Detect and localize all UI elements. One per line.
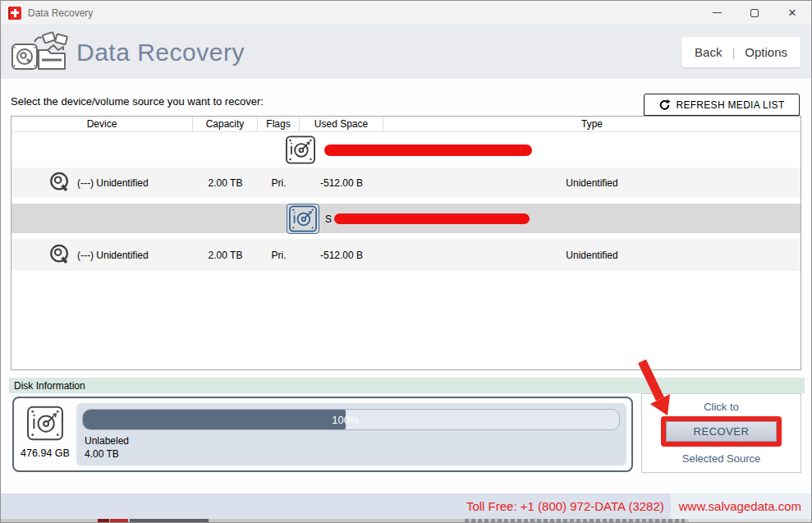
window-controls: ✕ xyxy=(698,1,811,25)
hard-disk-icon-selected xyxy=(288,205,318,232)
disk-summary-cell: 476.94 GB xyxy=(14,398,76,470)
disk-information-label: Disk Information xyxy=(14,380,85,392)
row-separator xyxy=(11,233,801,239)
website-link[interactable]: www.salvagedata.com xyxy=(671,493,811,519)
row-separator xyxy=(11,198,801,204)
close-icon: ✕ xyxy=(788,7,797,18)
volume-name: (---) Unidentified xyxy=(77,177,149,189)
app-logo-icon xyxy=(8,7,21,20)
footer-bar: Toll Free: +1 (800) 972-DATA (3282) www.… xyxy=(1,493,811,519)
disk-icon-box xyxy=(284,135,317,165)
disk-information-panel: 476.94 GB 100% Unlabeled 4.00 TB xyxy=(12,397,633,472)
minimize-button[interactable] xyxy=(698,1,736,25)
toll-free-label: Toll Free: +1 (800) 972-DATA (3282) xyxy=(466,499,664,513)
column-header-capacity: Capacity xyxy=(193,117,258,131)
recover-button[interactable]: RECOVER xyxy=(666,421,777,442)
titlebar: Data Recovery ✕ xyxy=(1,1,811,25)
device-table: Device Capacity Flags Used Space Type xyxy=(11,116,801,370)
column-header-type: Type xyxy=(383,117,801,131)
progress-label: 100% xyxy=(332,414,359,426)
background-fragment xyxy=(465,519,685,523)
volume-flags: Pri. xyxy=(258,177,300,189)
click-to-label: Click to xyxy=(642,401,801,413)
page-title: Data Recovery xyxy=(76,39,245,67)
select-source-label: Select the device/volume source you want… xyxy=(11,95,264,108)
volume-search-icon xyxy=(48,243,71,267)
minimize-icon xyxy=(713,12,722,13)
hard-disk-icon xyxy=(285,135,316,164)
progress-fill xyxy=(83,410,346,429)
refresh-icon xyxy=(658,99,671,111)
usage-progress-bar: 100% xyxy=(82,409,620,430)
column-header-device: Device xyxy=(11,117,193,131)
maximize-icon xyxy=(750,9,759,17)
selected-source-label: Selected Source xyxy=(642,452,801,465)
disk-size-label: 476.94 GB xyxy=(14,447,76,459)
disk-icon-box-selected xyxy=(287,204,319,234)
volume-name: (---) Unidentified xyxy=(77,250,149,261)
redacted-device-name xyxy=(324,145,532,156)
data-recovery-logo-icon xyxy=(11,30,68,75)
device-name-visible-prefix: S xyxy=(325,213,332,225)
recover-highlight-frame: RECOVER xyxy=(661,416,782,447)
button-divider: | xyxy=(732,45,735,59)
header: Data Recovery Back | Options xyxy=(1,25,811,79)
background-fragment xyxy=(689,519,812,523)
column-header-used-space: Used Space xyxy=(300,117,383,131)
table-header-row: Device Capacity Flags Used Space Type xyxy=(11,117,801,132)
close-button[interactable]: ✕ xyxy=(773,1,811,25)
back-button[interactable]: Back xyxy=(695,45,722,59)
background-fragment xyxy=(110,519,128,523)
background-fragment xyxy=(98,519,109,523)
back-options-group: Back | Options xyxy=(681,37,801,67)
volume-capacity: 2.00 TB xyxy=(193,177,258,189)
volume-type: Unidentified xyxy=(383,177,801,189)
table-row-volume-1[interactable]: (---) Unidentified 2.00 TB Pri. -512.00 … xyxy=(11,167,801,198)
maximize-button[interactable] xyxy=(736,1,773,25)
background-fragment xyxy=(130,519,209,523)
table-row-volume-2[interactable]: (---) Unidentified 2.00 TB Pri. -512.00 … xyxy=(11,239,801,271)
volume-used-space: -512.00 B xyxy=(300,177,383,189)
volume-search-icon xyxy=(48,171,71,195)
column-header-flags: Flags xyxy=(258,117,300,131)
volume-usage-panel: 100% Unlabeled 4.00 TB xyxy=(76,403,626,466)
disk-information-section-header: Disk Information xyxy=(9,378,805,393)
table-row-disk-1[interactable] xyxy=(11,132,801,167)
main-content: Select the device/volume source you want… xyxy=(1,79,811,493)
volume-type: Unidentified xyxy=(383,250,801,261)
redacted-device-name xyxy=(334,213,530,224)
app-window: Data Recovery ✕ xyxy=(0,0,812,523)
volume-capacity-label: 4.00 TB xyxy=(85,448,119,460)
volume-label: Unlabeled xyxy=(85,435,129,447)
refresh-label: REFRESH MEDIA LIST xyxy=(676,99,784,111)
background-window-sliver xyxy=(1,519,811,523)
recover-panel: Click to RECOVER Selected Source xyxy=(641,393,801,473)
volume-capacity: 2.00 TB xyxy=(193,250,258,261)
window-title: Data Recovery xyxy=(28,7,93,19)
options-button[interactable]: Options xyxy=(745,45,787,59)
refresh-media-list-button[interactable]: REFRESH MEDIA LIST xyxy=(644,94,800,116)
volume-used-space: -512.00 B xyxy=(300,250,383,261)
table-row-disk-2-selected[interactable]: S xyxy=(11,204,801,233)
volume-flags: Pri. xyxy=(258,250,300,261)
hard-disk-icon xyxy=(26,406,64,441)
